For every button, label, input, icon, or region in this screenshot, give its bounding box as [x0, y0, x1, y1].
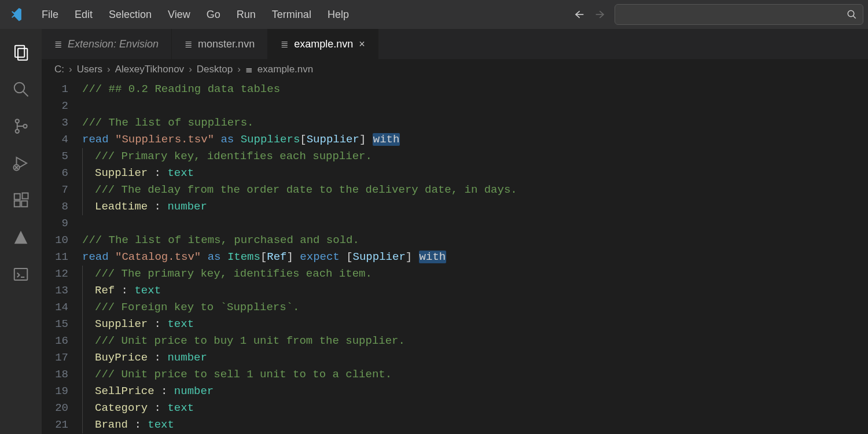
command-search-input[interactable] [615, 4, 863, 25]
vscode-logo-icon [3, 7, 34, 22]
line-number: 7 [42, 182, 68, 198]
code-line[interactable]: /// The primary key, identifies each ite… [82, 266, 868, 282]
chevron-right-icon: › [107, 64, 111, 75]
terminal-panel-icon[interactable] [10, 264, 31, 285]
svg-rect-1 [15, 46, 24, 57]
tab-label: monster.nvn [198, 38, 255, 50]
chevron-right-icon: › [237, 64, 241, 75]
code-line[interactable]: Category : text [82, 400, 868, 417]
line-number: 15 [42, 316, 68, 333]
tab-example-nvn[interactable]: ≣ example.nvn × [268, 29, 378, 59]
line-number: 10 [42, 232, 68, 249]
line-number: 14 [42, 299, 68, 316]
code-line[interactable]: /// The delay from the order date to the… [82, 182, 868, 198]
code-line[interactable]: /// The list of items, purchased and sol… [82, 232, 868, 249]
menu-edit[interactable]: Edit [67, 9, 101, 21]
svg-rect-2 [18, 49, 27, 60]
code-line[interactable]: /// The list of suppliers. [82, 115, 868, 131]
chevron-right-icon: › [189, 64, 192, 75]
menu-selection[interactable]: Selection [101, 9, 160, 21]
svg-rect-9 [14, 201, 20, 207]
list-icon: ≣ [185, 39, 192, 50]
code-line[interactable] [82, 215, 868, 232]
menu-file[interactable]: File [34, 9, 67, 21]
code-line[interactable]: /// ## 0.2 Reading data tables [82, 81, 868, 98]
source-control-icon[interactable] [10, 116, 31, 137]
breadcrumb[interactable]: C:› Users› AlexeyTikhonov› Desktop› ≣ ex… [42, 59, 868, 80]
code-line[interactable]: /// Foreign key to `Suppliers`. [82, 299, 868, 316]
close-icon[interactable]: × [359, 38, 365, 50]
breadcrumb-seg[interactable]: Users [77, 64, 102, 75]
list-icon: ≣ [281, 39, 288, 50]
line-number: 5 [42, 148, 68, 165]
code-line[interactable]: read "Suppliers.tsv" as Suppliers[Suppli… [82, 131, 868, 148]
line-number: 11 [42, 249, 68, 266]
activity-bar [0, 29, 42, 434]
svg-rect-11 [23, 193, 28, 199]
code-line[interactable]: Brand : text [82, 417, 868, 433]
breadcrumb-seg[interactable]: AlexeyTikhonov [115, 64, 184, 75]
line-number-gutter: 123456789101112131415161718192021 [42, 80, 82, 434]
svg-rect-10 [21, 201, 27, 207]
list-icon: ≣ [54, 39, 62, 50]
breadcrumb-seg[interactable]: example.nvn [258, 64, 313, 75]
line-number: 13 [42, 282, 68, 299]
line-number: 21 [42, 417, 68, 433]
tab-label: Extension: Envision [68, 38, 159, 50]
svg-point-0 [848, 10, 854, 17]
breadcrumb-seg[interactable]: Desktop [197, 64, 233, 75]
code-line[interactable]: Ref : text [82, 282, 868, 299]
menu-run[interactable]: Run [229, 9, 264, 21]
list-icon: ≣ [245, 64, 253, 75]
tab-monster-nvn[interactable]: ≣ monster.nvn [172, 29, 268, 59]
menu-view[interactable]: View [160, 9, 198, 21]
line-number: 6 [42, 165, 68, 182]
breadcrumb-seg[interactable]: C: [54, 64, 64, 75]
code-line[interactable]: /// Unit price to buy 1 unit from the su… [82, 333, 868, 350]
code-line[interactable]: Supplier : text [82, 316, 868, 333]
menubar: File Edit Selection View Go Run Terminal… [0, 0, 868, 29]
line-number: 20 [42, 400, 68, 417]
code-line[interactable]: BuyPrice : number [82, 350, 868, 366]
menu-help[interactable]: Help [319, 9, 357, 21]
nav-forward-icon[interactable] [593, 6, 609, 23]
svg-point-4 [16, 119, 19, 123]
azure-icon[interactable] [10, 227, 31, 248]
tab-extension-envision[interactable]: ≣ Extension: Envision [42, 29, 172, 59]
line-number: 3 [42, 115, 68, 131]
svg-point-6 [23, 124, 27, 128]
line-number: 17 [42, 350, 68, 366]
menu-go[interactable]: Go [198, 9, 229, 21]
search-icon [847, 9, 857, 20]
chevron-right-icon: › [69, 64, 72, 75]
code-line[interactable]: read "Catalog.tsv" as Items[Ref] expect … [82, 249, 868, 266]
line-number: 4 [42, 131, 68, 148]
line-number: 9 [42, 215, 68, 232]
line-number: 18 [42, 366, 68, 383]
code-line[interactable]: Leadtime : number [82, 198, 868, 215]
svg-point-3 [14, 83, 25, 93]
code-line[interactable]: SellPrice : number [82, 383, 868, 400]
line-number: 16 [42, 333, 68, 350]
line-number: 2 [42, 98, 68, 115]
nav-back-icon[interactable] [571, 6, 587, 23]
code-line[interactable] [82, 98, 868, 115]
run-debug-icon[interactable] [10, 153, 31, 174]
line-number: 12 [42, 266, 68, 282]
tab-bar: ≣ Extension: Envision ≣ monster.nvn ≣ ex… [42, 29, 868, 59]
explorer-icon[interactable] [10, 42, 31, 62]
code-editor[interactable]: 123456789101112131415161718192021 /// ##… [42, 80, 868, 434]
menu-terminal[interactable]: Terminal [264, 9, 319, 21]
code-line[interactable]: /// Primary key, identifies each supplie… [82, 148, 868, 165]
editor-group: ≣ Extension: Envision ≣ monster.nvn ≣ ex… [42, 29, 868, 434]
code-area[interactable]: /// ## 0.2 Reading data tables/// The li… [82, 80, 868, 434]
svg-rect-8 [14, 194, 20, 200]
tab-label: example.nvn [294, 38, 353, 50]
search-icon[interactable] [10, 79, 31, 100]
svg-rect-12 [14, 269, 28, 280]
svg-point-5 [16, 130, 19, 133]
line-number: 8 [42, 198, 68, 215]
extensions-icon[interactable] [10, 190, 31, 211]
code-line[interactable]: Supplier : text [82, 165, 868, 182]
code-line[interactable]: /// Unit price to sell 1 unit to to a cl… [82, 366, 868, 383]
